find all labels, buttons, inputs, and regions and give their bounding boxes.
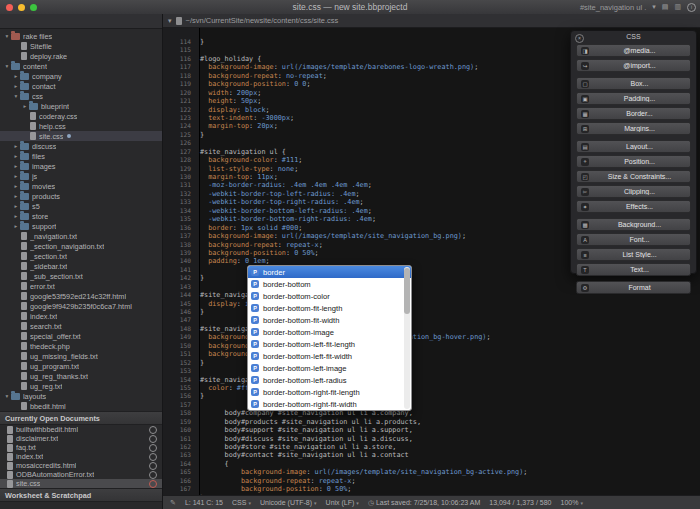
palette-button-font[interactable]: AFont... [576,233,691,246]
tree-folder-movies[interactable]: ▸movies [0,181,162,191]
code-line[interactable]: 149 background-image: url(/images/templa… [163,333,700,341]
code-line[interactable]: 161 body#discuss #site_navigation ul li … [163,435,700,443]
code-line[interactable]: 157 [163,401,700,409]
open-document-disclaimer.txt[interactable]: disclaimer.txt [0,434,162,443]
palette-button-layout[interactable]: ▤Layout... [576,140,691,153]
autocomplete-item-border-bottom-image[interactable]: Pborder-bottom-image [248,326,411,338]
tree-file-special_offer.txt[interactable]: special_offer.txt [0,331,162,341]
disclosure-closed-icon[interactable]: ▸ [12,173,20,179]
open-document-site.css[interactable]: site.css [0,479,162,488]
autocomplete-item-border-bottom-fit-length[interactable]: Pborder-bottom-fit-length [248,302,411,314]
tree-folder-discuss[interactable]: ▸discuss [0,141,162,151]
palette-button-size-constraints[interactable]: ◰Size & Constraints... [576,170,691,183]
disclosure-open-icon[interactable]: ▾ [12,93,20,99]
autocomplete-item-border-bottom-color[interactable]: Pborder-bottom-color [248,290,411,302]
code-line[interactable]: 145 display: inline; [163,300,700,308]
autocomplete-item-border-bottom-left-fit-width[interactable]: Pborder-bottom-left-fit-width [248,350,411,362]
tree-file-_sub_section.txt[interactable]: _sub_section.txt [0,271,162,281]
autocomplete-item-border-bottom-right-fit-width[interactable]: Pborder-bottom-right-fit-width [248,398,411,410]
palette-button-text[interactable]: TText... [576,263,691,276]
tree-file-site.css[interactable]: site.css [0,131,162,141]
tree-folder-blueprint[interactable]: ▸blueprint [0,101,162,111]
open-document-index.txt[interactable]: index.txt [0,452,162,461]
close-document-icon[interactable] [149,435,157,443]
palette-button-margins[interactable]: ⊞Margins... [576,122,691,135]
tree-folder-js[interactable]: ▸js [0,171,162,181]
code-line[interactable]: 158 body#company #site_navigation ul li … [163,409,700,417]
palette-button-position[interactable]: ⌖Position... [576,155,691,168]
palette-button-media[interactable]: ◨@media... [576,44,691,57]
tree-file-ug_missing_fields.txt[interactable]: ug_missing_fields.txt [0,351,162,361]
code-line[interactable]: 155 color: #fff; [163,384,700,392]
zoom-menu[interactable]: 100%▾ [561,499,583,506]
counterparts-icon[interactable]: ▤ [662,3,669,11]
open-document-faq.txt[interactable]: faq.txt [0,443,162,452]
tree-folder-images[interactable]: ▸images [0,161,162,171]
open-documents-header[interactable]: Currently Open Documents [0,411,162,425]
split-view-icon[interactable]: ▥ [674,3,681,11]
tree-folder-store[interactable]: ▸store [0,211,162,221]
tree-file-_section.txt[interactable]: _section.txt [0,251,162,261]
disclosure-closed-icon[interactable]: ▸ [12,73,20,79]
disclosure-closed-icon[interactable]: ▸ [12,203,20,209]
tree-file-deploy.rake[interactable]: deploy.rake [0,51,162,61]
code-line[interactable]: 165 background-image: url(/images/templa… [163,468,700,476]
tree-file-_sidebar.txt[interactable]: _sidebar.txt [0,261,162,271]
open-document-ODBAutomationError.txt[interactable]: ODBAutomationError.txt [0,470,162,479]
tree-file-_section_navigation.txt[interactable]: _section_navigation.txt [0,241,162,251]
close-document-icon[interactable] [149,471,157,479]
autocomplete-item-border-bottom[interactable]: Pborder-bottom [248,278,411,290]
line-ending-menu[interactable]: Unix (LF)▾ [326,499,359,506]
pencil-icon[interactable]: ✎ [170,499,176,507]
tree-folder-s5[interactable]: ▸s5 [0,201,162,211]
open-document-builtwithbbedit.html[interactable]: builtwithbbedit.html [0,425,162,434]
tree-file-help.css[interactable]: help.css [0,121,162,131]
file-path[interactable]: ~/svn/CurrentSite/newsite/content/css/si… [186,16,339,25]
palette-button-clipping[interactable]: ✂Clipping... [576,185,691,198]
code-line[interactable]: 151 background-position: 0 50%; [163,350,700,358]
code-line[interactable]: 156} [163,392,700,400]
tree-file-ug_reg.txt[interactable]: ug_reg.txt [0,381,162,391]
autocomplete-item-border-bottom-fit-width[interactable]: Pborder-bottom-fit-width [248,314,411,326]
autocomplete-item-border-bottom-left-radius[interactable]: Pborder-bottom-left-radius [248,374,411,386]
tree-file-thedeck.php[interactable]: thedeck.php [0,341,162,351]
autocomplete-item-border-bottom-right-fit-length[interactable]: Pborder-bottom-right-fit-length [248,386,411,398]
tree-file-google9f9429b235f0c6ca7.html[interactable]: google9f9429b235f0c6ca7.html [0,301,162,311]
tree-file-google53f592ed214c32ff.html[interactable]: google53f592ed214c32ff.html [0,291,162,301]
disclosure-open-icon[interactable]: ▾ [3,393,11,399]
tree-folder-products[interactable]: ▸products [0,191,162,201]
close-document-icon[interactable] [149,444,157,452]
code-line[interactable]: 162 body#store #site_navigation ul li a.… [163,443,700,451]
tree-folder-support[interactable]: ▸support [0,221,162,231]
code-line[interactable]: 153 [163,367,700,375]
disclosure-closed-icon[interactable]: ▸ [12,163,20,169]
autocomplete-item-border-bottom-left-image[interactable]: Pborder-bottom-left-image [248,362,411,374]
palette-button-list-style[interactable]: ≡List Style... [576,248,691,261]
autocomplete-item-border-bottom-left-fit-length[interactable]: Pborder-bottom-left-fit-length [248,338,411,350]
tree-file-ug_program.txt[interactable]: ug_program.txt [0,361,162,371]
palette-button-format[interactable]: ⚙Format [576,281,691,294]
code-line[interactable]: 154#site_navigation ul li a.current { [163,376,700,384]
tree-file-index.txt[interactable]: index.txt [0,311,162,321]
tree-folder-contact[interactable]: ▸contact [0,81,162,91]
code-line[interactable]: 152} [163,359,700,367]
palette-button-background[interactable]: ▩Background... [576,218,691,231]
disclosure-closed-icon[interactable]: ▸ [12,193,20,199]
code-line[interactable]: 166 background-repeat: repeat-x; [163,477,700,485]
palette-button-effects[interactable]: ✦Effects... [576,200,691,213]
disclosure-closed-icon[interactable]: ▸ [12,153,20,159]
code-line[interactable]: 159 body#products #site_navigation ul li… [163,418,700,426]
tree-file-coderay.css[interactable]: coderay.css [0,111,162,121]
close-document-icon[interactable] [149,480,157,488]
info-icon[interactable]: i [687,3,696,12]
tree-folder-rake files[interactable]: ▾rake files [0,31,162,41]
code-line[interactable]: 150 background-repeat: repeat-x; [163,342,700,350]
disclosure-open-icon[interactable]: ▾ [3,33,11,39]
tree-file-error.txt[interactable]: error.txt [0,281,162,291]
close-document-icon[interactable] [149,453,157,461]
open-document-mosaiccredits.html[interactable]: mosaiccredits.html [0,461,162,470]
function-menu-icon[interactable]: ▾ [652,3,656,11]
palette-button-import[interactable]: ↪@import... [576,59,691,72]
close-document-icon[interactable] [149,462,157,470]
close-document-icon[interactable] [149,426,157,434]
